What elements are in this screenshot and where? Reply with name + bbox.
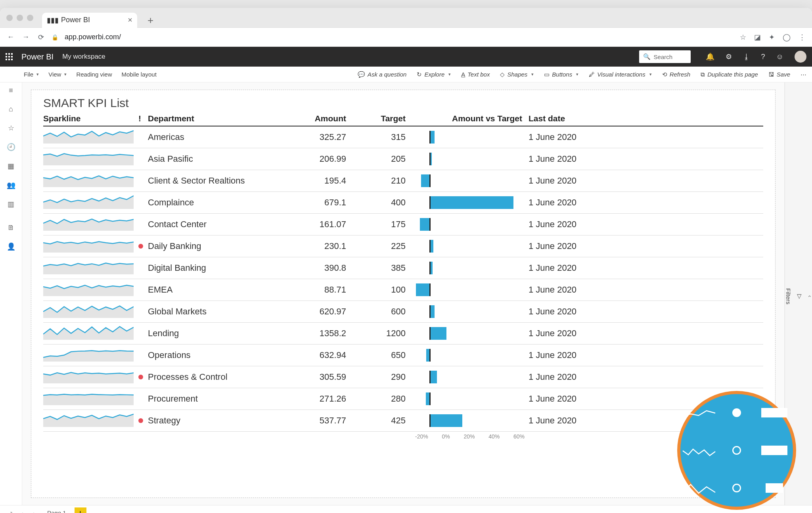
new-tab-button[interactable]: + bbox=[147, 14, 155, 21]
ribbon: File View Reading view Mobile layout 💬 A… bbox=[0, 67, 812, 82]
col-department[interactable]: Department bbox=[148, 114, 287, 123]
buttons-menu[interactable]: ▭ Buttons bbox=[544, 71, 578, 78]
col-vs[interactable]: Amount vs Target bbox=[406, 114, 529, 123]
extensions-icon[interactable]: ✦ bbox=[769, 33, 775, 42]
marker-fill-icon[interactable] bbox=[732, 408, 741, 417]
col-amount[interactable]: Amount bbox=[287, 114, 346, 123]
file-menu[interactable]: File bbox=[24, 71, 39, 78]
amount-cell: 620.97 bbox=[287, 306, 346, 317]
table-row[interactable]: Daily Banking230.12251 June 2020 bbox=[43, 235, 763, 257]
feedback-icon[interactable]: ☺ bbox=[776, 53, 783, 61]
reading-view-button[interactable]: Reading view bbox=[76, 71, 112, 78]
star-icon[interactable]: ☆ bbox=[740, 33, 746, 42]
filter-icon: ▽ bbox=[796, 293, 803, 300]
shapes-menu[interactable]: ◇ Shapes bbox=[500, 71, 534, 78]
chrome-menu-icon[interactable]: ⋮ bbox=[799, 33, 806, 42]
visual-interactions-menu[interactable]: 🖉 Visual interactions bbox=[589, 71, 651, 78]
view-menu[interactable]: View bbox=[48, 71, 67, 78]
col-target[interactable]: Target bbox=[346, 114, 406, 123]
tab-title: Power BI bbox=[61, 16, 90, 24]
expand-arrow-icon[interactable]: ↗ bbox=[6, 510, 15, 513]
reload-icon[interactable]: ⟳ bbox=[36, 33, 45, 42]
recent-icon[interactable]: 🕘 bbox=[7, 143, 15, 151]
table-row[interactable]: Lending1358.212001 June 2020 bbox=[43, 323, 763, 345]
col-sparkline[interactable]: Sparkline bbox=[43, 114, 138, 123]
duplicate-page-button[interactable]: ⧉ Duplicate this page bbox=[701, 71, 758, 78]
bar-medium-icon[interactable] bbox=[761, 446, 787, 455]
profile-icon[interactable]: ◯ bbox=[783, 33, 791, 42]
tab-close-icon[interactable]: × bbox=[128, 15, 132, 25]
home-icon[interactable]: ⌂ bbox=[9, 105, 13, 113]
save-button[interactable]: 🖫 Save bbox=[768, 71, 790, 78]
visual-picker-bubble bbox=[677, 391, 796, 510]
bar-wide-icon[interactable] bbox=[761, 408, 787, 417]
variance-bar bbox=[406, 369, 529, 385]
workspaces-icon[interactable]: ▥ bbox=[8, 200, 14, 209]
shared-icon[interactable]: 👥 bbox=[7, 181, 15, 190]
hamburger-icon[interactable]: ≡ bbox=[9, 86, 13, 95]
settings-gear-icon[interactable]: ⚙ bbox=[726, 52, 732, 61]
table-row[interactable]: Americas325.273151 June 2020 bbox=[43, 126, 763, 148]
favorites-icon[interactable]: ☆ bbox=[8, 124, 14, 132]
app-launcher-icon[interactable] bbox=[6, 53, 13, 60]
brand-label[interactable]: Power BI bbox=[21, 52, 54, 61]
url-text[interactable]: app.powerbi.com/ bbox=[65, 33, 733, 41]
table-row[interactable]: Operations632.946501 June 2020 bbox=[43, 345, 763, 366]
apps-icon[interactable]: ▦ bbox=[8, 162, 14, 170]
target-cell: 210 bbox=[346, 176, 406, 186]
add-page-button[interactable]: + bbox=[75, 507, 86, 513]
table-row[interactable]: Client & Sector Realtions195.42101 June … bbox=[43, 170, 763, 192]
search-input[interactable]: 🔍 Search bbox=[639, 50, 691, 63]
notifications-icon[interactable]: 🔔 bbox=[706, 52, 714, 61]
more-options-icon[interactable]: ⋯ bbox=[801, 71, 806, 78]
download-icon[interactable]: ⭳ bbox=[743, 53, 750, 61]
user-rail-avatar-icon[interactable]: 👤 bbox=[7, 242, 15, 251]
textbox-button[interactable]: A Text box bbox=[461, 71, 490, 78]
spark-style-peaks-icon[interactable] bbox=[681, 479, 717, 497]
table-row[interactable]: Procurement271.262801 June 2020 bbox=[43, 388, 763, 410]
table-row[interactable]: Complaince679.14001 June 2020 bbox=[43, 192, 763, 214]
browser-tab[interactable]: ▮▮▮ Power BI × bbox=[42, 13, 137, 28]
spark-style-smooth-icon[interactable] bbox=[681, 404, 717, 422]
workspace-label[interactable]: My workspace bbox=[62, 53, 105, 61]
left-nav-rail: ≡ ⌂ ☆ 🕘 ▦ 👥 ▥ 🗎 👤 bbox=[0, 82, 22, 505]
table-row[interactable]: Global Markets620.976001 June 2020 bbox=[43, 301, 763, 323]
back-icon[interactable]: ← bbox=[6, 33, 15, 41]
prev-page-icon[interactable]: ‹ bbox=[17, 510, 27, 513]
table-row[interactable]: Digital Banking390.83851 June 2020 bbox=[43, 257, 763, 279]
department-cell: EMEA bbox=[148, 285, 287, 295]
ask-question-button[interactable]: 💬 Ask a question bbox=[358, 71, 406, 78]
table-row[interactable]: EMEA88.711001 June 2020 bbox=[43, 279, 763, 301]
search-icon: 🔍 bbox=[643, 53, 651, 60]
myworkspace-icon[interactable]: 🗎 bbox=[8, 224, 15, 232]
mobile-layout-button[interactable]: Mobile layout bbox=[121, 71, 156, 78]
explore-menu[interactable]: ↻ Explore bbox=[417, 71, 451, 78]
col-alert[interactable]: ! bbox=[138, 114, 148, 123]
department-cell: Contact Center bbox=[148, 219, 287, 230]
marker-outline-small-icon[interactable] bbox=[732, 484, 741, 492]
avatar-icon[interactable] bbox=[795, 51, 806, 63]
marker-outline-icon[interactable] bbox=[732, 446, 741, 455]
help-icon[interactable]: ? bbox=[761, 53, 765, 61]
bar-small-icon[interactable] bbox=[766, 483, 783, 493]
onenote-extension-icon[interactable]: ◪ bbox=[754, 33, 761, 42]
table-row[interactable]: Contact Center161.071751 June 2020 bbox=[43, 214, 763, 235]
amount-cell: 390.8 bbox=[287, 263, 346, 273]
variance-bar bbox=[406, 347, 529, 363]
close-traffic-icon[interactable] bbox=[6, 15, 13, 21]
zoom-traffic-icon[interactable] bbox=[27, 15, 33, 21]
refresh-button[interactable]: ⟲ Refresh bbox=[662, 71, 691, 78]
report-canvas[interactable]: SMART KPI List Sparkline ! Department Am… bbox=[31, 90, 776, 498]
forward-icon[interactable]: → bbox=[21, 33, 30, 41]
col-lastdate[interactable]: Last date bbox=[529, 114, 608, 123]
table-row[interactable]: Processes & Control305.592901 June 2020 bbox=[43, 366, 763, 388]
next-page-icon[interactable]: › bbox=[29, 510, 39, 513]
table-row[interactable]: Asia Pasific206.992051 June 2020 bbox=[43, 148, 763, 170]
spark-style-jagged-icon[interactable] bbox=[681, 441, 717, 459]
minimize-traffic-icon[interactable] bbox=[17, 15, 23, 21]
page-tab-1[interactable]: Page 1 bbox=[41, 508, 72, 513]
department-cell: Global Markets bbox=[148, 306, 287, 317]
table-row[interactable]: Strategy537.774251 June 2020 bbox=[43, 410, 763, 432]
sparkline-chart bbox=[43, 281, 134, 296]
target-cell: 205 bbox=[346, 154, 406, 164]
